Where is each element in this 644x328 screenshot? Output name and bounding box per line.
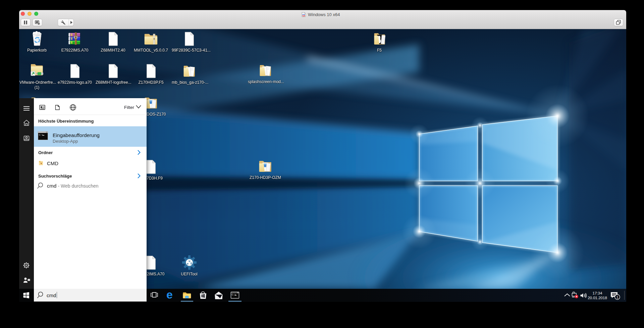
svg-text:1: 1 [616,295,618,299]
svg-text:S: S [303,14,305,16]
svg-text:C:\: C:\ [39,134,43,136]
svg-text:C:\: C:\ [232,293,236,296]
svg-text:e: e [166,289,173,301]
